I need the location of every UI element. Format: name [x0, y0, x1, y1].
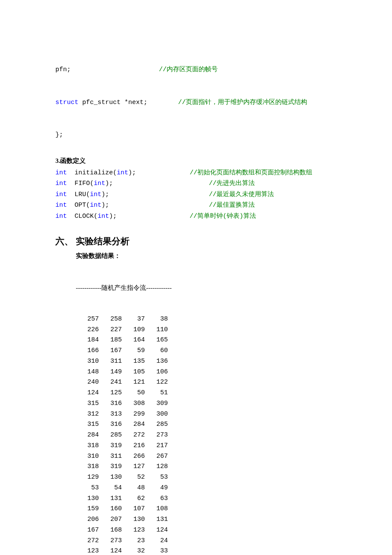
stream-row: 240 241 121 122 — [76, 377, 392, 388]
func-name: CLOCK( — [75, 213, 98, 220]
return-type: int — [55, 213, 67, 220]
stream-row: 130 131 62 63 — [76, 494, 392, 504]
code-pad — [109, 191, 209, 198]
stream-row: 315 316 284 285 — [76, 419, 392, 430]
arg-type: int — [117, 169, 128, 176]
stream-row: 272 273 23 24 — [76, 536, 392, 546]
func-close: ); — [105, 180, 113, 187]
return-type: int — [55, 180, 67, 187]
stream-row: 129 130 52 53 — [76, 472, 392, 483]
func-name: OPT( — [75, 202, 90, 209]
field-name: pfn; — [55, 66, 71, 73]
stream-row: 159 160 107 108 — [76, 504, 392, 515]
code-comment: //初始化页面结构数组和页面控制结构数组 — [190, 169, 312, 176]
stream-row: 123 124 32 33 — [76, 546, 392, 555]
code-pad — [71, 66, 159, 73]
struct-close: }; — [55, 131, 63, 139]
stream-row: 257 258 37 38 — [76, 314, 392, 325]
code-pad — [109, 202, 209, 209]
code-line: pfn; //内存区页面的帧号 — [55, 64, 392, 75]
code-comment: //页面指针，用于维护内存缓冲区的链式结构 — [178, 99, 307, 106]
stream-row: 53 54 48 49 — [76, 483, 392, 494]
code-pad — [67, 169, 75, 176]
arg-type: int — [98, 213, 109, 220]
stream-row: 310 311 266 267 — [76, 451, 392, 462]
code-comment: //先进先出算法 — [209, 180, 255, 187]
code-comment: //内存区页面的帧号 — [159, 66, 218, 73]
func-name: initialize( — [75, 169, 117, 176]
code-comment: //最近最久未使用算法 — [209, 191, 274, 198]
stream-row: 167 168 123 124 — [76, 525, 392, 536]
code-comment: //简单时钟(钟表)算法 — [190, 213, 256, 220]
arg-type: int — [90, 202, 101, 209]
code-comment: //最佳置换算法 — [209, 202, 255, 209]
code-line: int FIFO(int); //先进先出算法 — [55, 178, 392, 189]
code-line: int LRU(int); //最近最久未使用算法 — [55, 189, 392, 200]
stream-row: 124 125 50 51 — [76, 388, 392, 399]
return-type: int — [55, 202, 67, 209]
stream-row: 206 207 130 131 — [76, 515, 392, 525]
code-pad — [136, 169, 190, 176]
code-line: int initialize(int); //初始化页面结构数组和页面控制结构数… — [55, 168, 392, 179]
stream-row: 226 227 109 110 — [76, 325, 392, 335]
stream-rows: 257 258 37 38 226 227 109 110 184 185 16… — [76, 314, 392, 555]
func-name: LRU( — [75, 191, 90, 198]
func-close: ); — [101, 191, 109, 198]
keyword-struct: struct — [55, 99, 78, 106]
return-type: int — [55, 191, 67, 198]
code-pad — [113, 180, 209, 187]
code-line: struct pfc_struct *next; //页面指针，用于维护内存缓冲… — [55, 97, 392, 108]
code-line: int CLOCK(int); //简单时钟(钟表)算法 — [55, 211, 392, 222]
field-decl: pfc_struct *next; — [78, 99, 147, 106]
func-close: ); — [109, 213, 117, 220]
code-pad — [67, 213, 75, 220]
arg-type: int — [94, 180, 105, 187]
code-pad — [147, 99, 178, 106]
stream-title: ------------随机产生指令流------------ — [76, 283, 392, 293]
stream-row: 318 319 216 217 — [76, 441, 392, 451]
stream-row: 184 185 164 165 — [76, 335, 392, 346]
return-type: int — [55, 169, 67, 176]
heading-funcdef: 3.函数定义 — [55, 156, 392, 167]
stream-row: 284 285 272 273 — [76, 430, 392, 441]
func-name: FIFO( — [75, 180, 94, 187]
heading-section-6: 六、 实验结果分析 — [55, 234, 392, 249]
code-pad — [117, 213, 190, 220]
function-definitions: int initialize(int); //初始化页面结构数组和页面控制结构数… — [55, 168, 392, 222]
func-close: ); — [128, 169, 136, 176]
code-line: int OPT(int); //最佳置换算法 — [55, 200, 392, 211]
code-pad — [67, 180, 75, 187]
code-line: }; — [55, 130, 392, 141]
func-close: ); — [101, 202, 109, 209]
stream-row: 318 319 127 128 — [76, 462, 392, 472]
stream-row: 315 316 308 309 — [76, 399, 392, 409]
struct-tail-code: pfn; //内存区页面的帧号 struct pfc_struct *next;… — [55, 43, 392, 151]
stream-row: 148 149 105 106 — [76, 367, 392, 378]
stream-row: 310 311 135 136 — [76, 356, 392, 367]
code-pad — [67, 202, 75, 209]
stream-row: 166 167 59 60 — [76, 346, 392, 356]
arg-type: int — [90, 191, 101, 198]
code-pad — [67, 191, 75, 198]
subheading-data-result: 实验数据结果： — [76, 251, 392, 262]
stream-row: 312 313 299 300 — [76, 409, 392, 420]
instruction-stream-block: ------------随机产生指令流------------ 257 258 … — [76, 261, 392, 555]
